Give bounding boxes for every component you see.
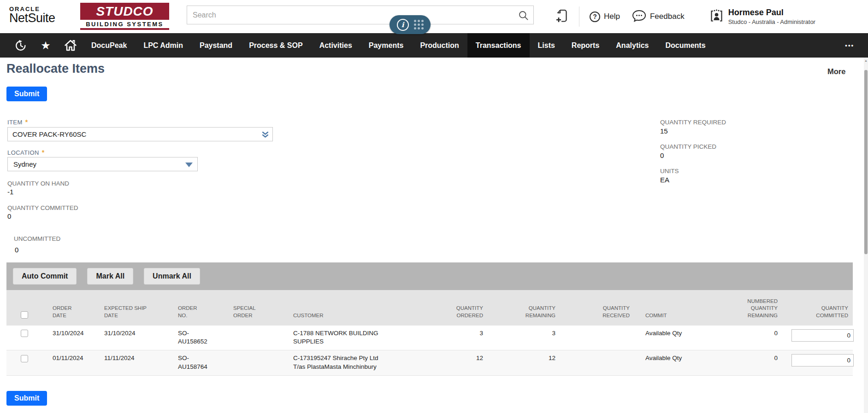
cell-commit: Available Qty xyxy=(633,325,718,350)
col-expected-ship-date: EXPECTED SHIP DATE xyxy=(94,290,168,325)
units-value: EA xyxy=(660,176,669,184)
cell-quantity-committed xyxy=(781,350,853,376)
submit-button-top[interactable]: Submit xyxy=(6,87,47,101)
help-label: Help xyxy=(604,12,620,21)
nav-item-docupeak[interactable]: DocuPeak xyxy=(83,33,135,58)
submit-button-bottom[interactable]: Submit xyxy=(6,391,47,406)
nav-item-lists[interactable]: Lists xyxy=(530,33,563,58)
item-field-label: ITEM* xyxy=(7,118,28,126)
qty-picked-value: 0 xyxy=(660,151,664,159)
header-divider xyxy=(579,6,579,27)
nav-item-documents[interactable]: Documents xyxy=(657,33,714,58)
cell-quantity-received xyxy=(559,350,633,376)
nav-item-production[interactable]: Production xyxy=(412,33,467,58)
help-button[interactable]: ? Help xyxy=(590,12,620,22)
cell-customer: C-173195247 Shirache Pty Ltd T/as Plasta… xyxy=(283,350,417,376)
search-icon[interactable] xyxy=(518,10,529,23)
create-new-icon[interactable] xyxy=(555,9,568,25)
page-title: Reallocate Items xyxy=(6,62,105,76)
top-header: ORACLE NetSuite STUDCO BUILDING SYSTEMS … xyxy=(0,0,868,33)
cell-expected-ship-date: 31/10/2024 xyxy=(94,325,168,350)
row-checkbox[interactable] xyxy=(21,330,28,337)
cell-quantity-remaining: 3 xyxy=(487,325,559,350)
scrollbar-thumb[interactable] xyxy=(864,70,868,254)
location-select[interactable]: Sydney xyxy=(7,157,198,171)
table-row: 31/10/2024 31/10/2024 SO-AU158652 C-1788… xyxy=(6,325,853,350)
col-order-no: ORDER NO. xyxy=(168,290,223,325)
cell-quantity-ordered: 3 xyxy=(417,325,487,350)
more-link[interactable]: More xyxy=(827,67,845,76)
quantity-committed-input[interactable] xyxy=(791,354,854,366)
assistant-pill: i xyxy=(390,15,431,34)
auto-commit-button[interactable]: Auto Commit xyxy=(13,268,77,285)
quantity-committed-input[interactable] xyxy=(791,329,854,342)
units-label: UNITS xyxy=(660,168,679,175)
help-icon: ? xyxy=(590,12,600,22)
orders-table: ORDER DATE EXPECTED SHIP DATE ORDER NO. … xyxy=(6,290,853,376)
cell-order-date: 31/10/2024 xyxy=(42,325,94,350)
cell-order-date: 01/11/2024 xyxy=(42,350,94,376)
netsuite-wordmark: NetSuite xyxy=(9,11,55,25)
item-input[interactable] xyxy=(8,128,272,141)
table-row: 01/11/2024 11/11/2024 SO-AU158764 C-1731… xyxy=(6,350,853,376)
col-order-date: ORDER DATE xyxy=(42,290,94,325)
col-numbered-quantity-remaining: NUMBERED QUANTITY REMAINING xyxy=(718,290,781,325)
dropdown-arrow-icon xyxy=(185,163,193,167)
user-menu[interactable]: Hormese Paul Studco - Australia - Admini… xyxy=(709,8,815,25)
uncommitted-value: 0 xyxy=(15,246,18,254)
cell-numbered-quantity-remaining: 0 xyxy=(718,325,781,350)
cell-special-order xyxy=(223,350,283,376)
main-navbar: ★ DocuPeak LPC Admin Paystand Process & … xyxy=(0,33,868,58)
qty-committed-value: 0 xyxy=(7,212,11,220)
cell-numbered-quantity-remaining: 0 xyxy=(718,350,781,376)
cell-order-no[interactable]: SO-AU158764 xyxy=(168,350,223,376)
cell-commit: Available Qty xyxy=(633,350,718,376)
nav-item-paystand[interactable]: Paystand xyxy=(191,33,241,58)
mark-all-button[interactable]: Mark All xyxy=(87,268,133,285)
row-checkbox[interactable] xyxy=(21,355,28,362)
select-all-checkbox[interactable] xyxy=(21,311,28,319)
info-icon[interactable]: i xyxy=(397,19,409,31)
user-name: Hormese Paul xyxy=(728,8,815,17)
unmark-all-button[interactable]: Unmark All xyxy=(144,268,200,285)
cell-quantity-received xyxy=(559,325,633,350)
item-dropdown-icon[interactable] xyxy=(261,131,269,140)
studco-logo-underline xyxy=(80,28,169,30)
shortcuts-star-icon[interactable]: ★ xyxy=(39,40,53,51)
uncommitted-label: UNCOMMITTED xyxy=(14,235,60,242)
recent-records-icon[interactable] xyxy=(14,40,28,52)
cell-order-no[interactable]: SO-AU158652 xyxy=(168,325,223,350)
reallocate-sublist: Auto Commit Mark All Unmark All ORDER DA… xyxy=(6,262,853,376)
cell-quantity-committed xyxy=(781,325,853,350)
nav-item-reports[interactable]: Reports xyxy=(563,33,608,58)
user-role: Studco - Australia - Administrator xyxy=(728,18,815,25)
cell-customer: C-1788 NETWORK BUILDING SUPPLIES xyxy=(283,325,417,350)
apps-grid-icon[interactable] xyxy=(414,20,424,29)
feedback-button[interactable]: Feedback xyxy=(632,10,685,24)
nav-item-transactions[interactable]: Transactions xyxy=(467,33,530,58)
oracle-netsuite-logo[interactable]: ORACLE NetSuite xyxy=(9,6,55,25)
nav-item-lpc-admin[interactable]: LPC Admin xyxy=(135,33,191,58)
user-role-icon xyxy=(709,9,724,25)
scrollbar-up-icon[interactable]: ▲ xyxy=(864,59,868,62)
item-field xyxy=(7,127,273,141)
col-quantity-committed: QUANTITY COMMITTED xyxy=(781,290,853,325)
cell-special-order xyxy=(223,325,283,350)
nav-item-process-sop[interactable]: Process & SOP xyxy=(241,33,311,58)
home-icon[interactable] xyxy=(64,39,77,52)
required-asterisk: * xyxy=(42,149,45,156)
nav-item-analytics[interactable]: Analytics xyxy=(608,33,657,58)
nav-overflow-icon[interactable]: ••• xyxy=(845,42,868,49)
sublist-toolbar: Auto Commit Mark All Unmark All xyxy=(6,262,853,290)
studco-company-logo[interactable]: STUDCO BUILDING SYSTEMS xyxy=(80,3,169,30)
nav-item-payments[interactable]: Payments xyxy=(360,33,412,58)
cell-quantity-remaining: 12 xyxy=(487,350,559,376)
col-commit: COMMIT xyxy=(633,290,718,325)
netsuite-page: ORACLE NetSuite STUDCO BUILDING SYSTEMS … xyxy=(0,0,868,413)
search-input[interactable] xyxy=(187,6,533,24)
studco-logo-subtext: BUILDING SYSTEMS xyxy=(80,20,169,28)
feedback-label: Feedback xyxy=(650,12,685,21)
nav-item-activities[interactable]: Activities xyxy=(311,33,360,58)
global-search xyxy=(187,6,534,24)
studco-logo-text: STUDCO xyxy=(80,3,169,20)
